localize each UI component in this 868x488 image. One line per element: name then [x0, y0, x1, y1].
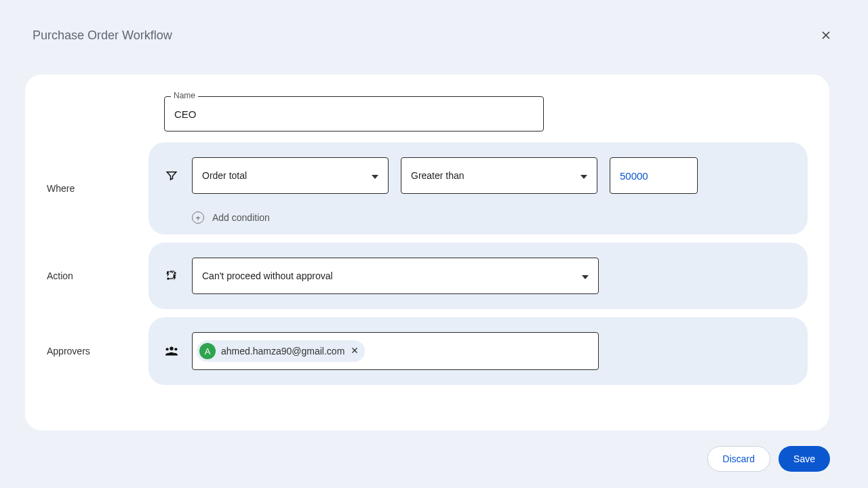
add-condition-button[interactable]: + Add condition	[192, 211, 793, 224]
filter-icon	[163, 169, 180, 182]
chevron-down-icon	[580, 169, 587, 182]
plus-circle-icon: +	[192, 211, 204, 224]
workflow-card: Name Where Order total Greater than	[25, 75, 829, 430]
approvers-section: A ahmed.hamza90@gmail.com	[149, 317, 808, 385]
chevron-down-icon	[372, 169, 378, 182]
remove-approver-button[interactable]	[350, 346, 359, 357]
condition-op-select[interactable]: Greater than	[401, 157, 597, 194]
close-icon	[350, 346, 359, 355]
where-label: Where	[47, 183, 149, 194]
approvers-input[interactable]: A ahmed.hamza90@gmail.com	[192, 332, 599, 370]
condition-value-input[interactable]: 50000	[610, 157, 698, 194]
add-condition-label: Add condition	[212, 212, 270, 223]
approver-chip: A ahmed.hamza90@gmail.com	[197, 340, 365, 362]
chevron-down-icon	[582, 270, 589, 282]
svg-point-0	[167, 278, 169, 280]
save-button[interactable]: Save	[778, 446, 830, 472]
close-icon	[819, 28, 833, 42]
action-label: Action	[47, 270, 149, 281]
name-field-wrap: Name	[164, 96, 544, 131]
svg-point-3	[165, 348, 168, 350]
page-title: Purchase Order Workflow	[33, 28, 172, 43]
workflow-action-icon	[163, 269, 180, 283]
action-select[interactable]: Can't proceed without approval	[192, 258, 599, 294]
condition-field-select[interactable]: Order total	[192, 157, 389, 194]
condition-value-text: 50000	[620, 170, 648, 182]
close-button[interactable]	[816, 26, 835, 45]
svg-point-1	[174, 272, 176, 274]
svg-point-2	[170, 347, 174, 350]
action-section: Can't proceed without approval	[149, 243, 808, 309]
discard-button[interactable]: Discard	[707, 446, 770, 472]
approver-email: ahmed.hamza90@gmail.com	[221, 346, 344, 357]
avatar: A	[199, 343, 216, 359]
name-input[interactable]	[164, 96, 544, 131]
condition-op-value: Greater than	[411, 170, 465, 181]
condition-field-value: Order total	[202, 170, 247, 181]
people-icon	[163, 346, 180, 357]
svg-point-4	[174, 348, 177, 350]
where-section: Order total Greater than 50000 + Ad	[149, 142, 808, 235]
action-value: Can't proceed without approval	[202, 270, 333, 281]
approvers-label: Approvers	[47, 346, 149, 357]
name-label: Name	[171, 91, 198, 100]
